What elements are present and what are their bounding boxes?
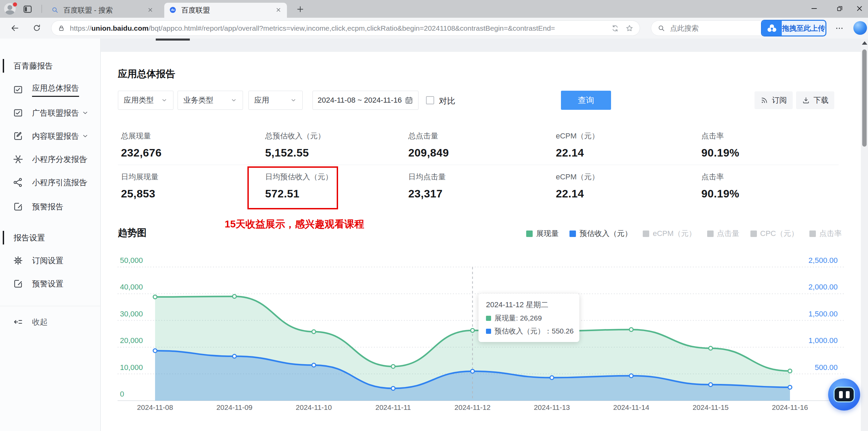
tab-close-icon[interactable] xyxy=(147,7,154,14)
stat-label: 点击率 xyxy=(701,131,838,141)
content-icon xyxy=(13,131,23,141)
search-placeholder: 点此搜索 xyxy=(670,24,699,33)
svg-text:du: du xyxy=(171,9,174,12)
profile-notification-dot xyxy=(12,2,18,7)
sidebar-item-label: 小程序引流报告 xyxy=(32,177,87,188)
lock-icon xyxy=(58,25,65,32)
select-value: 应用类型 xyxy=(124,95,154,105)
section-marker xyxy=(3,59,4,73)
stat-value: 5,152.55 xyxy=(265,147,401,159)
netdisk-upload-button[interactable]: 拖拽至此上传 xyxy=(761,20,826,36)
legend-item[interactable]: 点击率 xyxy=(809,228,842,239)
page-title: 应用总体报告 xyxy=(118,68,175,80)
tab-workspaces-icon[interactable] xyxy=(22,4,33,14)
chevron-down-icon xyxy=(161,97,168,104)
tab-title: 百度联盟 - 搜索 xyxy=(63,5,144,15)
address-bar[interactable]: https://union.baidu.com/bqt/appco.html#/… xyxy=(51,20,640,36)
url-text: https://union.baidu.com/bqt/appco.html#/… xyxy=(70,24,605,32)
window-close-button[interactable] xyxy=(851,0,868,17)
page-content: 百青藤报告 应用总体报告广告联盟报告内容联盟报告小程序分发报告小程序引流报告预警… xyxy=(0,39,868,431)
legend-item[interactable]: 展现量 xyxy=(526,228,559,239)
stat-value: 90.19% xyxy=(701,147,838,159)
sidebar-collapse-button[interactable]: 收起 xyxy=(0,314,101,330)
window-minimize-button[interactable] xyxy=(804,0,825,17)
scrollbar-thumb[interactable] xyxy=(862,49,867,147)
sidebar-item-label: 广告联盟报告 xyxy=(32,108,79,118)
browser-tab[interactable]: du百度联盟 xyxy=(164,3,287,18)
page-scrollbar[interactable] xyxy=(861,39,868,431)
stat-cell: 总预估收入（元）5,152.55 xyxy=(265,131,401,159)
filter-select-2[interactable]: 业务类型 xyxy=(178,91,243,110)
assistant-robot-button[interactable] xyxy=(828,378,860,411)
legend-swatch xyxy=(526,231,533,237)
sidebar-item-5[interactable]: 小程序引流报告 xyxy=(0,175,101,190)
search-icon xyxy=(657,24,665,32)
tab-title: 百度联盟 xyxy=(181,5,272,15)
stat-value: 209,849 xyxy=(408,147,545,159)
report-icon xyxy=(13,108,23,118)
tab-close-icon[interactable] xyxy=(275,7,282,14)
stat-label: 总展现量 xyxy=(121,131,257,141)
filter-select-1[interactable]: 应用类型 xyxy=(118,91,173,110)
stat-label: 总预估收入（元） xyxy=(265,131,401,141)
report-icon xyxy=(13,85,23,95)
sidebar-item-2[interactable]: 广告联盟报告 xyxy=(0,105,101,121)
select-value: 业务类型 xyxy=(183,95,213,105)
stat-cell: 日均展现量25,853 xyxy=(121,172,257,200)
browser-tab[interactable]: 百度联盟 - 搜索 xyxy=(46,3,159,18)
stat-cell: 日均点击量23,317 xyxy=(408,172,545,200)
chevron-down-icon xyxy=(290,97,297,104)
stats-divider xyxy=(118,165,839,165)
query-button[interactable]: 查询 xyxy=(561,91,611,110)
compare-label: 对比 xyxy=(439,95,455,106)
browser-toolbar: https://union.baidu.com/bqt/appco.html#/… xyxy=(0,18,868,39)
download-button[interactable]: 下载 xyxy=(796,91,834,109)
chart-title: 趋势图 xyxy=(118,226,147,239)
scrollbar-up-arrow[interactable] xyxy=(862,41,867,45)
window-restore-button[interactable] xyxy=(829,0,850,17)
stat-cell: eCPM（元）22.14 xyxy=(556,131,692,159)
sidebar-divider xyxy=(0,306,101,306)
sidebar-item-4[interactable]: 小程序分发报告 xyxy=(0,151,101,167)
new-tab-button[interactable] xyxy=(296,5,305,14)
gear-icon xyxy=(13,255,23,266)
rss-icon xyxy=(760,96,768,104)
legend-item[interactable]: 预估收入（元） xyxy=(569,228,632,239)
legend-label: CPC（元） xyxy=(760,228,798,239)
legend-item[interactable]: CPC（元） xyxy=(750,228,798,239)
stat-cell: 点击率90.19% xyxy=(701,172,838,200)
date-range-picker[interactable]: 2024-11-08 ~ 2024-11-16 xyxy=(313,91,418,110)
filter-select-3[interactable]: 应用 xyxy=(248,91,303,110)
collapse-icon xyxy=(13,317,23,327)
browser-menu-icon[interactable] xyxy=(835,24,844,33)
legend-label: 展现量 xyxy=(536,228,559,239)
legend-label: 预估收入（元） xyxy=(579,228,632,239)
copilot-icon[interactable] xyxy=(853,21,867,35)
loading-bar xyxy=(156,39,190,41)
refresh-button[interactable] xyxy=(32,24,42,33)
sidebar-item-6[interactable]: 预警报告 xyxy=(0,199,101,214)
sidebar-setting-item-1[interactable]: 订阅设置 xyxy=(0,253,101,268)
legend-label: 点击率 xyxy=(819,228,842,239)
sync-icon[interactable] xyxy=(611,24,619,32)
subscribe-button[interactable]: 订阅 xyxy=(755,91,793,109)
favorite-star-icon[interactable] xyxy=(625,24,634,32)
sidebar-item-label: 预警报告 xyxy=(32,202,63,212)
sidebar-item-label: 预警设置 xyxy=(32,279,63,289)
compare-checkbox[interactable] xyxy=(426,96,434,104)
stat-cell: eCPM（元）22.14 xyxy=(556,172,692,200)
back-button[interactable] xyxy=(10,24,19,33)
section-marker xyxy=(3,231,4,244)
download-icon xyxy=(802,96,810,104)
browser-window: 百度联盟 - 搜索du百度联盟 https://union.baidu.com/… xyxy=(0,0,868,431)
stat-value: 90.19% xyxy=(701,188,838,200)
sidebar-item-3[interactable]: 内容联盟报告 xyxy=(0,128,101,144)
legend-item[interactable]: 点击量 xyxy=(707,228,740,239)
legend-item[interactable]: eCPM（元） xyxy=(643,228,696,239)
sidebar-setting-item-2[interactable]: 预警设置 xyxy=(0,276,101,292)
sidebar-item-1[interactable]: 应用总体报告 xyxy=(0,82,101,98)
stat-label: eCPM（元） xyxy=(556,172,692,182)
search-favicon xyxy=(51,6,59,14)
stat-label: eCPM（元） xyxy=(556,131,692,141)
alert-icon xyxy=(13,202,23,212)
